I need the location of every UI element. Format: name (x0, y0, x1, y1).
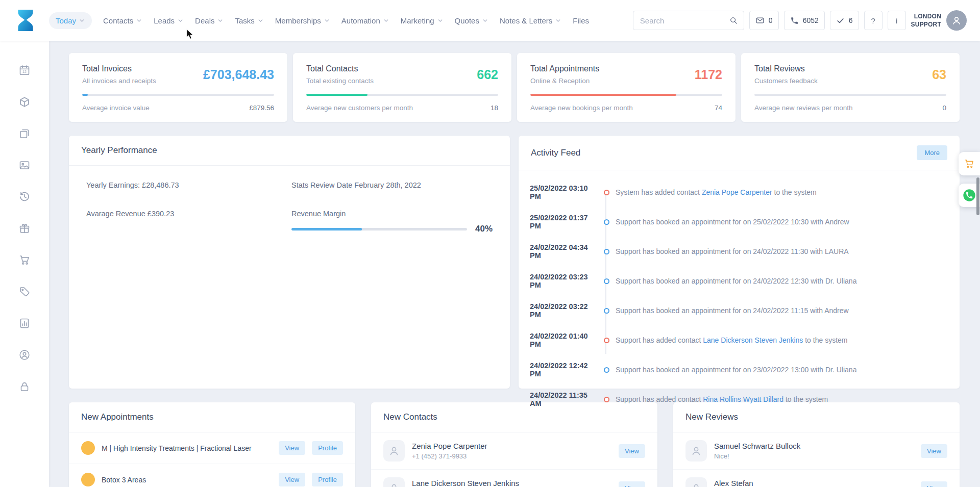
help-button[interactable]: ? (864, 11, 883, 30)
view-button[interactable]: View (279, 473, 305, 486)
view-button[interactable]: View (921, 444, 947, 458)
search-input[interactable] (640, 16, 723, 25)
revenue-margin-block: Revenue Margin 40% (291, 210, 493, 234)
activity-item: 24/02/2022 04:34 PM Support has booked a… (530, 237, 946, 266)
nav-item-leads[interactable]: Leads (154, 16, 184, 25)
sidebar-item-lock[interactable] (18, 380, 31, 393)
progress-track (754, 94, 946, 96)
photo-icon (18, 159, 31, 171)
appointment-avatar (81, 473, 95, 486)
sidebar-item-gifts[interactable] (18, 222, 31, 235)
location-label: LONDON SUPPORT (911, 12, 941, 29)
cart-float-button[interactable] (959, 152, 980, 175)
activity-feed-card: Activity Feed More 25/02/2022 03:10 PM S… (519, 136, 960, 389)
main-content: Total Invoices All invoices and receipts… (49, 41, 980, 487)
calls-counter[interactable]: 6052 (784, 11, 825, 30)
stat-card-appointments: Total Appointments Online & Reception 11… (517, 53, 736, 122)
info-icon: i (896, 16, 897, 25)
sidebar-item-cart[interactable] (18, 254, 31, 266)
review-row: Samuel Schwartz Bullock Nice! View (673, 432, 960, 470)
contact-link[interactable]: Lane Dickerson Steven Jenkins (703, 336, 803, 344)
sidebar-item-clients[interactable] (18, 349, 31, 361)
reviewer-name: Samuel Schwartz Bullock (714, 442, 914, 450)
sidebar-item-reports[interactable] (18, 317, 31, 329)
view-button[interactable]: View (619, 444, 645, 458)
stat-card-invoices: Total Invoices All invoices and receipts… (69, 53, 287, 122)
whatsapp-icon (962, 188, 976, 202)
nav-item-memberships[interactable]: Memberships (275, 16, 330, 25)
activity-dot (604, 308, 609, 314)
sidebar-item-history[interactable] (18, 191, 31, 203)
view-button[interactable]: View (921, 481, 947, 487)
profile-button[interactable]: Profile (312, 473, 343, 486)
user-avatar[interactable] (946, 10, 967, 31)
history-icon (18, 191, 31, 203)
stat-footer-value: 74 (715, 104, 722, 112)
person-icon (388, 482, 400, 487)
nav-item-label: Leads (154, 16, 175, 25)
activity-item: 24/02/2022 03:23 PM Support has booked a… (530, 266, 946, 296)
activity-time: 24/02/2022 12:42 PM (530, 362, 597, 378)
sidebar-item-photos[interactable] (18, 159, 31, 171)
tasks-counter[interactable]: 6 (830, 11, 859, 30)
stat-value: 1172 (695, 67, 722, 82)
stat-footer-label: Average new reviews per month (754, 104, 853, 112)
hourglass-logo-icon (15, 8, 36, 33)
nav-item-notes-letters[interactable]: Notes & Letters (500, 16, 561, 25)
nav-item-deals[interactable]: Deals (195, 16, 224, 25)
contact-phone: +1 (452) 371-9933 (412, 452, 611, 460)
appointment-label: M | High Intensity Treatments | Fraction… (102, 444, 272, 452)
message-text: to the system (783, 395, 828, 403)
nav-item-tasks[interactable]: Tasks (235, 16, 263, 25)
sidebar-item-copy[interactable] (18, 127, 31, 140)
nav-item-quotes[interactable]: Quotes (455, 16, 488, 25)
nav-item-today[interactable]: Today (49, 12, 92, 29)
activity-message: System has added contact Zenia Pope Carp… (616, 188, 817, 196)
report-icon (18, 317, 31, 329)
nav-item-contacts[interactable]: Contacts (103, 16, 142, 25)
activity-time: 25/02/2022 03:10 PM (530, 184, 597, 200)
view-button[interactable]: View (279, 441, 305, 455)
navbar-right-controls: 0 6052 6 ? i LONDON SUPPORT (633, 10, 967, 31)
scrollbar-thumb[interactable] (976, 177, 979, 215)
message-text: Support has booked an appointment for on… (616, 306, 849, 315)
activity-item: 24/02/2022 12:42 PM Support has booked a… (530, 355, 946, 385)
sidebar-item-packages[interactable] (18, 96, 31, 108)
tag-icon (18, 286, 31, 298)
activity-dot (604, 367, 609, 373)
revenue-margin-fill (291, 228, 362, 230)
activity-item: 24/02/2022 01:40 PM Support has added co… (530, 325, 946, 355)
nav-item-automation[interactable]: Automation (341, 16, 389, 25)
activity-dot (604, 190, 609, 195)
search-button[interactable] (723, 11, 744, 30)
sidebar-item-tags[interactable] (18, 286, 31, 298)
reviewer-avatar (685, 440, 707, 462)
chevron-down-icon (136, 17, 142, 24)
nav-item-files[interactable]: Files (573, 16, 589, 25)
nav-item-label: Automation (341, 16, 380, 25)
card-title: Yearly Performance (81, 145, 157, 156)
view-button[interactable]: View (619, 481, 645, 487)
revenue-margin-track (291, 228, 467, 230)
copy-icon (18, 127, 31, 140)
contact-link[interactable]: Rina Rollins Wyatt Dillard (703, 395, 783, 403)
info-button[interactable]: i (888, 11, 906, 30)
app-logo[interactable] (13, 7, 38, 34)
messages-counter[interactable]: 0 (749, 11, 779, 30)
chevron-down-icon (482, 17, 488, 24)
gift-icon (18, 222, 31, 235)
stat-footer-label: Average invoice value (82, 104, 150, 112)
reviewer-avatar (685, 477, 707, 487)
profile-button[interactable]: Profile (312, 441, 343, 455)
contact-link[interactable]: Zenia Pope Carpenter (702, 188, 772, 196)
activity-item: 25/02/2022 03:10 PM System has added con… (530, 177, 946, 207)
contact-name: Zenia Pope Carpenter (412, 442, 611, 450)
stat-subtitle: All invoices and receipts (82, 77, 156, 85)
message-text: Support has booked an appointment for on… (616, 218, 849, 226)
activity-item: 25/02/2022 01:37 PM Support has booked a… (530, 207, 946, 237)
more-button[interactable]: More (917, 145, 947, 160)
activity-time: 24/02/2022 03:22 PM (530, 302, 597, 319)
messages-count: 0 (769, 16, 773, 24)
sidebar-item-calendar[interactable]: 12 (18, 64, 31, 76)
nav-item-marketing[interactable]: Marketing (401, 16, 444, 25)
